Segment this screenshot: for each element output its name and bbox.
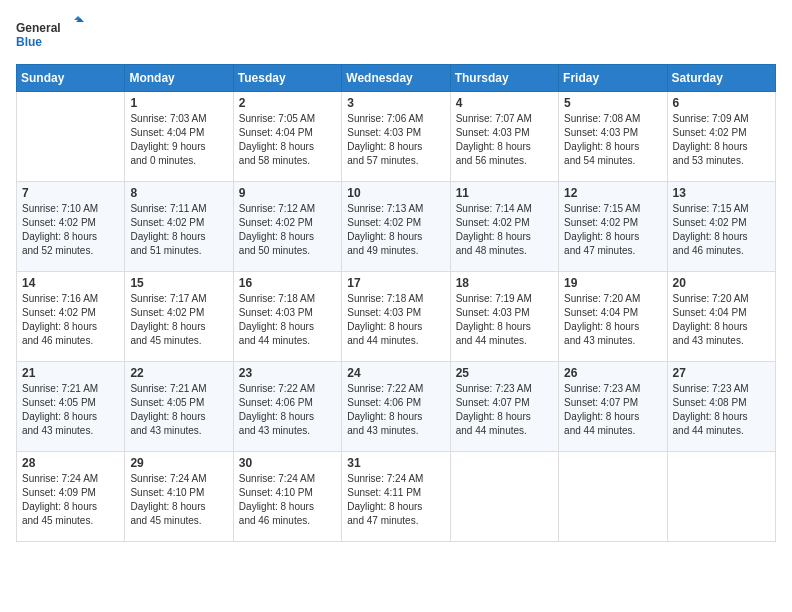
day-info: Sunrise: 7:23 AMSunset: 4:07 PMDaylight:…	[564, 382, 661, 438]
day-info: Sunrise: 7:23 AMSunset: 4:07 PMDaylight:…	[456, 382, 553, 438]
day-cell-14: 14Sunrise: 7:16 AMSunset: 4:02 PMDayligh…	[17, 272, 125, 362]
day-info: Sunrise: 7:11 AMSunset: 4:02 PMDaylight:…	[130, 202, 227, 258]
day-cell-26: 26Sunrise: 7:23 AMSunset: 4:07 PMDayligh…	[559, 362, 667, 452]
day-number: 27	[673, 366, 770, 380]
weekday-header-saturday: Saturday	[667, 65, 775, 92]
day-cell-25: 25Sunrise: 7:23 AMSunset: 4:07 PMDayligh…	[450, 362, 558, 452]
day-cell-24: 24Sunrise: 7:22 AMSunset: 4:06 PMDayligh…	[342, 362, 450, 452]
day-number: 21	[22, 366, 119, 380]
day-info: Sunrise: 7:16 AMSunset: 4:02 PMDaylight:…	[22, 292, 119, 348]
day-cell-12: 12Sunrise: 7:15 AMSunset: 4:02 PMDayligh…	[559, 182, 667, 272]
svg-text:General: General	[16, 21, 61, 35]
svg-text:Blue: Blue	[16, 35, 42, 49]
day-info: Sunrise: 7:09 AMSunset: 4:02 PMDaylight:…	[673, 112, 770, 168]
day-cell-17: 17Sunrise: 7:18 AMSunset: 4:03 PMDayligh…	[342, 272, 450, 362]
day-info: Sunrise: 7:18 AMSunset: 4:03 PMDaylight:…	[239, 292, 336, 348]
day-info: Sunrise: 7:08 AMSunset: 4:03 PMDaylight:…	[564, 112, 661, 168]
day-number: 28	[22, 456, 119, 470]
day-number: 1	[130, 96, 227, 110]
day-number: 16	[239, 276, 336, 290]
week-row-1: 1Sunrise: 7:03 AMSunset: 4:04 PMDaylight…	[17, 92, 776, 182]
day-info: Sunrise: 7:20 AMSunset: 4:04 PMDaylight:…	[673, 292, 770, 348]
empty-cell	[559, 452, 667, 542]
day-info: Sunrise: 7:24 AMSunset: 4:09 PMDaylight:…	[22, 472, 119, 528]
day-number: 17	[347, 276, 444, 290]
empty-cell	[667, 452, 775, 542]
day-number: 8	[130, 186, 227, 200]
day-number: 29	[130, 456, 227, 470]
day-number: 26	[564, 366, 661, 380]
day-info: Sunrise: 7:07 AMSunset: 4:03 PMDaylight:…	[456, 112, 553, 168]
day-cell-9: 9Sunrise: 7:12 AMSunset: 4:02 PMDaylight…	[233, 182, 341, 272]
day-number: 5	[564, 96, 661, 110]
day-info: Sunrise: 7:23 AMSunset: 4:08 PMDaylight:…	[673, 382, 770, 438]
calendar-table: SundayMondayTuesdayWednesdayThursdayFrid…	[16, 64, 776, 542]
weekday-header-sunday: Sunday	[17, 65, 125, 92]
day-info: Sunrise: 7:21 AMSunset: 4:05 PMDaylight:…	[22, 382, 119, 438]
day-cell-11: 11Sunrise: 7:14 AMSunset: 4:02 PMDayligh…	[450, 182, 558, 272]
day-cell-31: 31Sunrise: 7:24 AMSunset: 4:11 PMDayligh…	[342, 452, 450, 542]
day-cell-27: 27Sunrise: 7:23 AMSunset: 4:08 PMDayligh…	[667, 362, 775, 452]
day-number: 22	[130, 366, 227, 380]
day-number: 18	[456, 276, 553, 290]
day-cell-23: 23Sunrise: 7:22 AMSunset: 4:06 PMDayligh…	[233, 362, 341, 452]
day-info: Sunrise: 7:05 AMSunset: 4:04 PMDaylight:…	[239, 112, 336, 168]
day-info: Sunrise: 7:15 AMSunset: 4:02 PMDaylight:…	[564, 202, 661, 258]
day-cell-15: 15Sunrise: 7:17 AMSunset: 4:02 PMDayligh…	[125, 272, 233, 362]
day-cell-4: 4Sunrise: 7:07 AMSunset: 4:03 PMDaylight…	[450, 92, 558, 182]
day-cell-3: 3Sunrise: 7:06 AMSunset: 4:03 PMDaylight…	[342, 92, 450, 182]
day-number: 23	[239, 366, 336, 380]
day-info: Sunrise: 7:13 AMSunset: 4:02 PMDaylight:…	[347, 202, 444, 258]
day-cell-22: 22Sunrise: 7:21 AMSunset: 4:05 PMDayligh…	[125, 362, 233, 452]
weekday-header-tuesday: Tuesday	[233, 65, 341, 92]
day-number: 3	[347, 96, 444, 110]
day-cell-2: 2Sunrise: 7:05 AMSunset: 4:04 PMDaylight…	[233, 92, 341, 182]
day-info: Sunrise: 7:19 AMSunset: 4:03 PMDaylight:…	[456, 292, 553, 348]
weekday-header-friday: Friday	[559, 65, 667, 92]
weekday-header-wednesday: Wednesday	[342, 65, 450, 92]
day-cell-29: 29Sunrise: 7:24 AMSunset: 4:10 PMDayligh…	[125, 452, 233, 542]
week-row-4: 21Sunrise: 7:21 AMSunset: 4:05 PMDayligh…	[17, 362, 776, 452]
day-number: 15	[130, 276, 227, 290]
day-number: 14	[22, 276, 119, 290]
logo-svg: General Blue	[16, 16, 86, 52]
day-cell-1: 1Sunrise: 7:03 AMSunset: 4:04 PMDaylight…	[125, 92, 233, 182]
day-number: 31	[347, 456, 444, 470]
day-info: Sunrise: 7:03 AMSunset: 4:04 PMDaylight:…	[130, 112, 227, 168]
day-info: Sunrise: 7:12 AMSunset: 4:02 PMDaylight:…	[239, 202, 336, 258]
day-number: 7	[22, 186, 119, 200]
day-cell-19: 19Sunrise: 7:20 AMSunset: 4:04 PMDayligh…	[559, 272, 667, 362]
day-info: Sunrise: 7:22 AMSunset: 4:06 PMDaylight:…	[239, 382, 336, 438]
day-info: Sunrise: 7:10 AMSunset: 4:02 PMDaylight:…	[22, 202, 119, 258]
day-number: 6	[673, 96, 770, 110]
day-info: Sunrise: 7:18 AMSunset: 4:03 PMDaylight:…	[347, 292, 444, 348]
day-cell-18: 18Sunrise: 7:19 AMSunset: 4:03 PMDayligh…	[450, 272, 558, 362]
weekday-header-monday: Monday	[125, 65, 233, 92]
day-number: 24	[347, 366, 444, 380]
day-number: 9	[239, 186, 336, 200]
weekday-header-thursday: Thursday	[450, 65, 558, 92]
day-number: 11	[456, 186, 553, 200]
day-info: Sunrise: 7:24 AMSunset: 4:10 PMDaylight:…	[239, 472, 336, 528]
day-cell-20: 20Sunrise: 7:20 AMSunset: 4:04 PMDayligh…	[667, 272, 775, 362]
header: General Blue	[16, 16, 776, 52]
day-cell-30: 30Sunrise: 7:24 AMSunset: 4:10 PMDayligh…	[233, 452, 341, 542]
day-cell-16: 16Sunrise: 7:18 AMSunset: 4:03 PMDayligh…	[233, 272, 341, 362]
weekday-header-row: SundayMondayTuesdayWednesdayThursdayFrid…	[17, 65, 776, 92]
week-row-3: 14Sunrise: 7:16 AMSunset: 4:02 PMDayligh…	[17, 272, 776, 362]
day-cell-7: 7Sunrise: 7:10 AMSunset: 4:02 PMDaylight…	[17, 182, 125, 272]
empty-cell	[450, 452, 558, 542]
day-info: Sunrise: 7:15 AMSunset: 4:02 PMDaylight:…	[673, 202, 770, 258]
day-number: 20	[673, 276, 770, 290]
day-cell-10: 10Sunrise: 7:13 AMSunset: 4:02 PMDayligh…	[342, 182, 450, 272]
week-row-2: 7Sunrise: 7:10 AMSunset: 4:02 PMDaylight…	[17, 182, 776, 272]
day-info: Sunrise: 7:21 AMSunset: 4:05 PMDaylight:…	[130, 382, 227, 438]
day-number: 13	[673, 186, 770, 200]
week-row-5: 28Sunrise: 7:24 AMSunset: 4:09 PMDayligh…	[17, 452, 776, 542]
day-number: 10	[347, 186, 444, 200]
day-info: Sunrise: 7:06 AMSunset: 4:03 PMDaylight:…	[347, 112, 444, 168]
day-number: 4	[456, 96, 553, 110]
day-info: Sunrise: 7:14 AMSunset: 4:02 PMDaylight:…	[456, 202, 553, 258]
day-number: 25	[456, 366, 553, 380]
day-cell-5: 5Sunrise: 7:08 AMSunset: 4:03 PMDaylight…	[559, 92, 667, 182]
